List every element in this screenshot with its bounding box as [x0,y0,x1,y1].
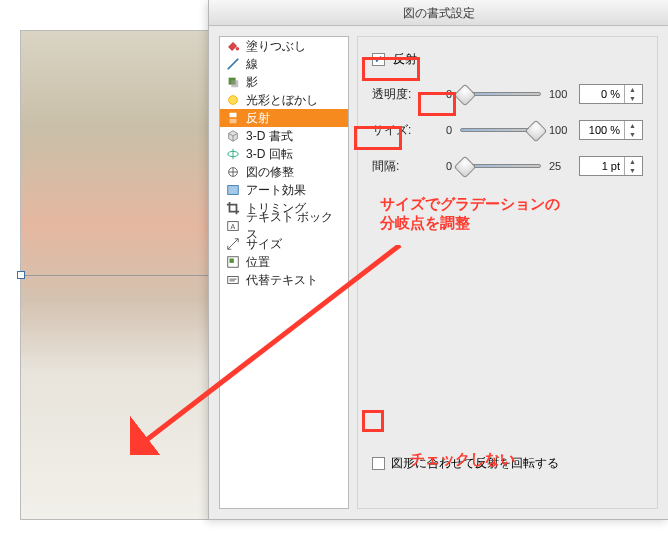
gap-spinbox[interactable]: ▲▼ [579,156,643,176]
category-fill[interactable]: 塗りつぶし [220,37,348,55]
stepper-up-icon[interactable]: ▲ [625,121,640,130]
gap-input[interactable] [580,157,624,175]
stepper-down-icon[interactable]: ▼ [625,166,640,175]
transparency-max: 100 [549,88,571,100]
gap-slider[interactable] [460,164,541,168]
dialog-title: 図の書式設定 [209,0,668,26]
svg-rect-6 [230,119,237,123]
position-icon [226,255,240,269]
adjust-icon [226,165,240,179]
stepper-up-icon[interactable]: ▲ [625,85,640,94]
glow-icon [226,93,240,107]
transparency-slider[interactable] [460,92,541,96]
reflection-checkbox[interactable] [372,53,385,66]
svg-text:A: A [230,223,235,230]
textbox-icon: A [226,219,240,233]
category-adjust-picture[interactable]: 図の修整 [220,163,348,181]
transparency-spinbox[interactable]: ▲▼ [579,84,643,104]
alt-text-icon [226,273,240,287]
svg-rect-14 [228,277,239,284]
category-glow[interactable]: 光彩とぼかし [220,91,348,109]
category-label: 影 [246,74,258,91]
stepper-down-icon[interactable]: ▼ [625,94,640,103]
category-label: 反射 [246,110,270,127]
transparency-label: 透明度: [372,86,422,103]
cube-icon [226,129,240,143]
svg-rect-3 [231,80,238,87]
category-label: 代替テキスト [246,272,318,289]
size-max: 100 [549,124,571,136]
category-reflection[interactable]: 反射 [220,109,348,127]
gap-slider-thumb[interactable] [454,156,477,179]
category-alt-text[interactable]: 代替テキスト [220,271,348,289]
svg-line-1 [228,59,239,70]
transparency-slider-thumb[interactable] [454,84,477,107]
paint-bucket-icon [226,39,240,53]
category-label: アート効果 [246,182,306,199]
selection-handle-left[interactable] [17,271,25,279]
size-slider-thumb[interactable] [525,120,548,143]
category-text-box[interactable]: A テキスト ボックス [220,217,348,235]
reflection-icon [226,111,240,125]
gap-label: 間隔: [372,158,422,175]
line-icon [226,57,240,71]
rotate-with-shape-checkbox[interactable] [372,457,385,470]
size-min: 0 [430,124,452,136]
svg-rect-13 [230,259,234,263]
gap-max: 25 [549,160,571,172]
category-label: 線 [246,56,258,73]
size-slider[interactable] [460,128,541,132]
category-label: 塗りつぶし [246,38,306,55]
rotate-with-shape-label: 図形に合わせて反射を回転する [391,455,559,472]
category-label: サイズ [246,236,282,253]
size-label: サイズ: [372,122,422,139]
category-label: 光彩とぼかし [246,92,318,109]
stepper-down-icon[interactable]: ▼ [625,130,640,139]
category-label: 位置 [246,254,270,271]
category-list: 塗りつぶし 線 影 光彩とぼかし 反射 3-D 書式 [219,36,349,509]
svg-rect-9 [228,186,239,195]
art-icon [226,183,240,197]
reflection-checkbox-label: 反射 [393,51,417,68]
category-label: 図の修整 [246,164,294,181]
stepper-up-icon[interactable]: ▲ [625,157,640,166]
size-spinbox[interactable]: ▲▼ [579,120,643,140]
rotate-3d-icon [226,147,240,161]
category-position[interactable]: 位置 [220,253,348,271]
size-icon [226,237,240,251]
category-3d-format[interactable]: 3-D 書式 [220,127,348,145]
reflection-settings-panel: 反射 透明度: 0 100 ▲▼ サイズ: 0 1 [357,36,658,509]
category-label: 3-D 書式 [246,128,293,145]
category-3d-rotation[interactable]: 3-D 回転 [220,145,348,163]
svg-point-0 [236,47,240,51]
category-line[interactable]: 線 [220,55,348,73]
shadow-icon [226,75,240,89]
transparency-min: 0 [430,88,452,100]
crop-icon [226,201,240,215]
gap-min: 0 [430,160,452,172]
category-shadow[interactable]: 影 [220,73,348,91]
size-input[interactable] [580,121,624,139]
category-label: 3-D 回転 [246,146,293,163]
transparency-input[interactable] [580,85,624,103]
format-picture-dialog: 図の書式設定 塗りつぶし 線 影 光彩とぼかし 反射 [208,0,668,520]
svg-rect-5 [230,113,237,117]
svg-point-4 [229,96,238,105]
category-artistic-effects[interactable]: アート効果 [220,181,348,199]
